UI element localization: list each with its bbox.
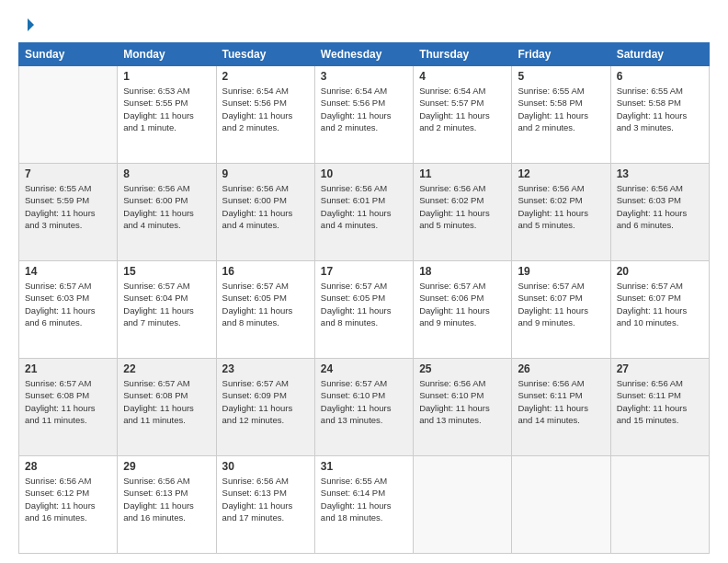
page: Sunday Monday Tuesday Wednesday Thursday… [0,0,728,563]
header [18,17,710,33]
daylight-hours: Daylight: 11 hours and 8 minutes. [321,305,392,327]
sunset-time: Sunset: 6:08 PM [123,390,188,400]
sunrise-time: Sunrise: 6:57 AM [222,281,289,291]
calendar-day-cell: 1 Sunrise: 6:53 AM Sunset: 5:55 PM Dayli… [118,66,216,164]
sunset-time: Sunset: 6:09 PM [222,390,287,400]
day-info: Sunrise: 6:57 AM Sunset: 6:05 PM Dayligh… [321,280,407,328]
day-info: Sunrise: 6:55 AM Sunset: 6:14 PM Dayligh… [321,475,407,523]
daylight-hours: Daylight: 11 hours and 11 minutes. [123,403,194,425]
day-number: 28 [25,460,111,473]
calendar-week-row: 7 Sunrise: 6:55 AM Sunset: 5:59 PM Dayli… [19,164,710,261]
day-info: Sunrise: 6:57 AM Sunset: 6:08 PM Dayligh… [123,377,210,426]
calendar-day-cell: 17 Sunrise: 6:57 AM Sunset: 6:05 PM Dayl… [314,261,413,359]
day-info: Sunrise: 6:57 AM Sunset: 6:09 PM Dayligh… [222,377,309,426]
day-info: Sunrise: 6:57 AM Sunset: 6:07 PM Dayligh… [617,280,703,328]
sunrise-time: Sunrise: 6:56 AM [419,378,485,388]
day-number: 19 [518,265,604,278]
calendar-day-cell: 7 Sunrise: 6:55 AM Sunset: 5:59 PM Dayli… [19,164,118,261]
day-info: Sunrise: 6:54 AM Sunset: 5:57 PM Dayligh… [419,85,506,133]
day-number: 24 [321,362,407,375]
header-thursday: Thursday [414,43,512,66]
day-number: 18 [419,265,506,278]
sunrise-time: Sunrise: 6:56 AM [617,183,683,193]
day-number: 11 [419,167,506,180]
daylight-hours: Daylight: 11 hours and 2 minutes. [419,110,490,132]
daylight-hours: Daylight: 11 hours and 4 minutes. [321,208,392,230]
calendar-day-cell: 11 Sunrise: 6:56 AM Sunset: 6:02 PM Dayl… [414,164,512,261]
calendar-day-cell [610,456,709,554]
header-wednesday: Wednesday [314,43,413,66]
sunrise-time: Sunrise: 6:56 AM [518,183,584,193]
day-number: 22 [123,362,210,375]
day-info: Sunrise: 6:56 AM Sunset: 6:13 PM Dayligh… [222,475,309,523]
sunrise-time: Sunrise: 6:55 AM [25,183,91,193]
sunrise-time: Sunrise: 6:54 AM [321,86,387,96]
sunset-time: Sunset: 6:13 PM [123,488,188,498]
sunrise-time: Sunrise: 6:57 AM [617,281,683,291]
sunset-time: Sunset: 6:06 PM [419,293,483,303]
calendar-day-cell: 19 Sunrise: 6:57 AM Sunset: 6:07 PM Dayl… [512,261,610,359]
day-number: 3 [321,70,407,83]
sunrise-time: Sunrise: 6:54 AM [222,86,289,96]
daylight-hours: Daylight: 11 hours and 1 minute. [123,110,194,132]
sunset-time: Sunset: 6:03 PM [617,195,681,205]
day-info: Sunrise: 6:55 AM Sunset: 5:58 PM Dayligh… [617,85,703,133]
sunrise-time: Sunrise: 6:56 AM [222,476,289,486]
sunrise-time: Sunrise: 6:55 AM [518,86,584,96]
header-sunday: Sunday [19,43,118,66]
calendar-day-cell: 6 Sunrise: 6:55 AM Sunset: 5:58 PM Dayli… [610,66,709,164]
calendar-day-cell [512,456,610,554]
calendar-day-cell: 13 Sunrise: 6:56 AM Sunset: 6:03 PM Dayl… [610,164,709,261]
logo [18,17,37,33]
calendar-day-cell: 24 Sunrise: 6:57 AM Sunset: 6:10 PM Dayl… [314,359,413,456]
day-info: Sunrise: 6:56 AM Sunset: 6:01 PM Dayligh… [321,182,407,231]
daylight-hours: Daylight: 11 hours and 18 minutes. [321,500,392,523]
header-monday: Monday [118,43,216,66]
calendar-week-row: 14 Sunrise: 6:57 AM Sunset: 6:03 PM Dayl… [19,261,710,359]
daylight-hours: Daylight: 11 hours and 6 minutes. [25,305,96,327]
sunrise-time: Sunrise: 6:56 AM [321,183,387,193]
day-info: Sunrise: 6:56 AM Sunset: 6:11 PM Dayligh… [518,377,604,426]
sunrise-time: Sunrise: 6:56 AM [617,378,683,388]
day-info: Sunrise: 6:57 AM Sunset: 6:04 PM Dayligh… [123,280,210,328]
header-friday: Friday [512,43,610,66]
day-info: Sunrise: 6:56 AM Sunset: 6:13 PM Dayligh… [123,475,210,523]
sunset-time: Sunset: 6:03 PM [25,293,89,303]
sunset-time: Sunset: 5:56 PM [321,98,385,108]
calendar-week-row: 28 Sunrise: 6:56 AM Sunset: 6:12 PM Dayl… [19,456,710,554]
sunrise-time: Sunrise: 6:56 AM [25,476,91,486]
sunset-time: Sunset: 5:57 PM [419,98,483,108]
calendar-day-cell: 3 Sunrise: 6:54 AM Sunset: 5:56 PM Dayli… [314,66,413,164]
calendar-day-cell: 27 Sunrise: 6:56 AM Sunset: 6:11 PM Dayl… [610,359,709,456]
svg-marker-0 [28,18,34,31]
sunrise-time: Sunrise: 6:57 AM [419,281,485,291]
calendar-day-cell: 10 Sunrise: 6:56 AM Sunset: 6:01 PM Dayl… [314,164,413,261]
day-number: 1 [123,70,210,83]
daylight-hours: Daylight: 11 hours and 4 minutes. [123,208,194,230]
daylight-hours: Daylight: 11 hours and 8 minutes. [222,305,293,327]
daylight-hours: Daylight: 11 hours and 9 minutes. [419,305,490,327]
day-info: Sunrise: 6:57 AM Sunset: 6:08 PM Dayligh… [25,377,111,426]
daylight-hours: Daylight: 11 hours and 2 minutes. [518,110,588,132]
day-info: Sunrise: 6:57 AM Sunset: 6:05 PM Dayligh… [222,280,309,328]
day-number: 17 [321,265,407,278]
day-info: Sunrise: 6:56 AM Sunset: 6:12 PM Dayligh… [25,475,111,523]
day-info: Sunrise: 6:56 AM Sunset: 6:02 PM Dayligh… [518,182,604,231]
calendar-day-cell: 25 Sunrise: 6:56 AM Sunset: 6:10 PM Dayl… [414,359,512,456]
day-number: 14 [25,265,111,278]
sunrise-time: Sunrise: 6:56 AM [123,476,189,486]
calendar-day-cell: 16 Sunrise: 6:57 AM Sunset: 6:05 PM Dayl… [216,261,314,359]
sunset-time: Sunset: 6:02 PM [419,195,483,205]
sunset-time: Sunset: 6:01 PM [321,195,385,205]
daylight-hours: Daylight: 11 hours and 12 minutes. [222,403,293,425]
day-info: Sunrise: 6:57 AM Sunset: 6:07 PM Dayligh… [518,280,604,328]
day-number: 5 [518,70,604,83]
daylight-hours: Daylight: 11 hours and 13 minutes. [419,403,490,425]
day-info: Sunrise: 6:57 AM Sunset: 6:10 PM Dayligh… [321,377,407,426]
daylight-hours: Daylight: 11 hours and 7 minutes. [123,305,194,327]
sunrise-time: Sunrise: 6:56 AM [518,378,584,388]
sunrise-time: Sunrise: 6:57 AM [123,281,189,291]
daylight-hours: Daylight: 11 hours and 10 minutes. [617,305,688,327]
day-info: Sunrise: 6:56 AM Sunset: 6:03 PM Dayligh… [617,182,703,231]
sunset-time: Sunset: 6:13 PM [222,488,287,498]
